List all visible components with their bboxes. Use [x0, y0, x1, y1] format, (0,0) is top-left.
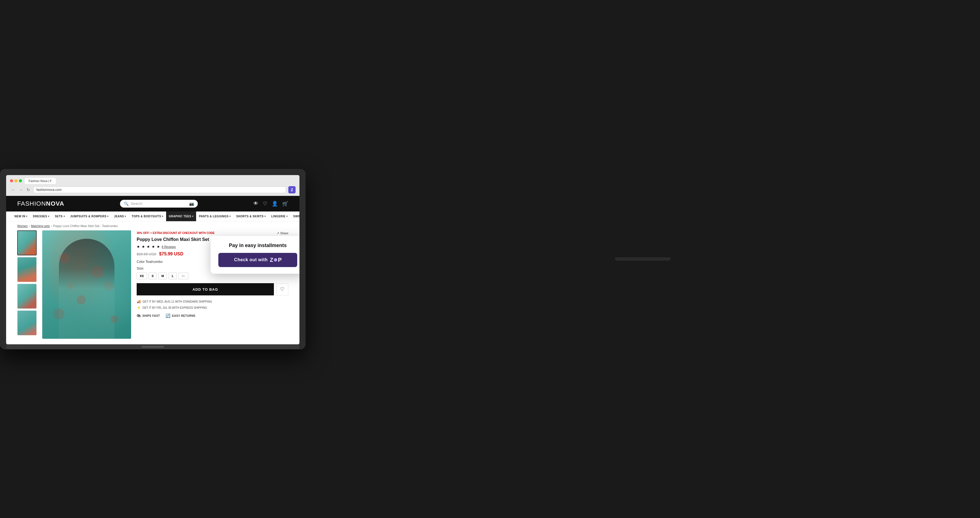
svg-point-0 — [59, 253, 70, 263]
breadcrumb-sep-1: › — [29, 224, 30, 228]
search-bar[interactable]: 🔍 Search 📷 — [120, 200, 198, 207]
standard-shipping-text: GET IT BY WED, AUG 11 WITH STANDARD SHIP… — [143, 299, 212, 304]
star-3: ★ — [147, 245, 150, 249]
site-navigation: NEW IN ▾ DRESSES ▾ SETS ▾ JUMPSUITS & RO… — [6, 212, 299, 222]
thumbnail-2[interactable] — [17, 257, 37, 282]
minimize-traffic-light[interactable] — [14, 179, 18, 182]
camera-icon[interactable]: 📷 — [189, 201, 194, 206]
header-icons: 👁 ♡ 👤 🛒 — [253, 201, 288, 207]
site-header: FASHIONNOVA 🔍 Search 📷 👁 ♡ 👤 🛒 — [6, 196, 299, 212]
nav-item-lingerie[interactable]: LINGERIE ▾ — [269, 212, 291, 221]
laptop-notch — [142, 346, 164, 347]
eye-icon[interactable]: 👁 — [253, 201, 258, 207]
express-shipping-text: GET IT BY FRI, JUL 30 WITH EXPRESS SHIPP… — [143, 305, 207, 311]
promo-badge: 30% OFF! + EXTRA DISCOUNT AT CHECKOUT WI… — [137, 231, 215, 234]
product-main-image — [42, 230, 131, 339]
zip-brand-z: Z — [270, 257, 273, 263]
breadcrumb-women[interactable]: Women — [17, 224, 28, 228]
zip-checkout-button[interactable]: Check out with Z P — [218, 253, 297, 267]
thumbnail-image-2 — [18, 257, 37, 282]
nav-item-pants[interactable]: PANTS & LEGGINGS ▾ — [196, 212, 233, 221]
product-thumbnails — [17, 230, 37, 339]
wishlist-icon[interactable]: ♡ — [263, 201, 267, 207]
share-label: Share — [280, 231, 288, 235]
close-traffic-light[interactable] — [10, 179, 13, 182]
reload-button[interactable]: ↻ — [25, 187, 31, 193]
share-button[interactable]: ↗ Share — [277, 231, 288, 235]
share-icon: ↗ — [277, 231, 279, 235]
nav-item-jumpsuits[interactable]: JUMPSUITS & ROMPERS ▾ — [67, 212, 111, 221]
standard-shipping-icon: 🚚 — [137, 299, 141, 305]
svg-point-2 — [77, 295, 86, 304]
tab-bar: Fashion Nova | F — [25, 178, 56, 184]
easy-returns-badge: 🔄 EASY RETURNS — [165, 314, 196, 318]
add-to-bag-button[interactable]: ADD TO BAG — [137, 283, 274, 295]
heart-icon: ♡ — [280, 286, 285, 292]
size-s[interactable]: S — [149, 273, 157, 279]
account-icon[interactable]: 👤 — [272, 201, 278, 207]
browser-chrome: Fashion Nova | F ← → ↻ fashionnova.com Z — [6, 175, 299, 196]
site-logo[interactable]: FASHIONNOVA — [17, 200, 64, 207]
fullscreen-traffic-light[interactable] — [19, 179, 22, 182]
size-m[interactable]: M — [158, 273, 167, 279]
zip-popup: Pay in easy installments Check out with … — [210, 236, 299, 274]
price-sale: $75.99 USD — [159, 252, 183, 257]
ships-fast-icon: 🛍 — [137, 314, 141, 318]
laptop-screen: Fashion Nova | F ← → ↻ fashionnova.com Z… — [6, 175, 299, 344]
wishlist-heart-button[interactable]: ♡ — [276, 283, 288, 295]
cart-icon[interactable]: 🛒 — [282, 201, 288, 207]
zip-brand-p: P — [278, 257, 282, 263]
nav-item-sets[interactable]: SETS ▾ — [52, 212, 67, 221]
svg-point-5 — [67, 283, 73, 289]
chevron-down-icon: ▾ — [162, 215, 163, 218]
nav-item-graphic-tees[interactable]: GRAPHIC TEES ▾ — [166, 212, 196, 221]
ships-fast-label: SHIPS FAST — [143, 314, 160, 317]
svg-point-4 — [111, 316, 118, 323]
chevron-down-icon: ▾ — [192, 215, 194, 218]
thumbnail-1[interactable] — [17, 230, 37, 255]
nav-item-new-in[interactable]: NEW IN ▾ — [12, 212, 30, 221]
zip-dot-icon — [274, 258, 277, 261]
traffic-lights — [10, 179, 22, 182]
svg-point-3 — [53, 308, 64, 319]
nav-item-shorts[interactable]: SHORTS & SKIRTS ▾ — [233, 212, 268, 221]
address-bar[interactable]: fashionnova.com — [33, 186, 286, 193]
product-area: 30% OFF! + EXTRA DISCOUNT AT CHECKOUT WI… — [6, 230, 299, 344]
svg-point-6 — [104, 281, 114, 291]
chevron-down-icon: ▾ — [125, 215, 126, 218]
search-input[interactable]: Search — [131, 201, 187, 206]
chevron-down-icon: ▾ — [264, 215, 266, 218]
browser-extension-button[interactable]: Z — [288, 186, 296, 193]
size-xs[interactable]: XS — [137, 273, 147, 279]
zip-button-text: Check out with — [234, 257, 268, 262]
svg-point-1 — [92, 266, 104, 278]
star-5: ★ — [157, 245, 160, 249]
nav-item-jeans[interactable]: JEANS ▾ — [111, 212, 129, 221]
nav-item-swim[interactable]: SWIM ▾ — [290, 212, 299, 221]
address-text: fashionnova.com — [37, 188, 283, 192]
chevron-down-icon: ▾ — [48, 215, 49, 218]
star-2: ★ — [142, 245, 145, 249]
thumbnail-3[interactable] — [17, 284, 37, 309]
breadcrumb: Women › Matching sets › Poppy Love Chiff… — [6, 222, 299, 230]
nav-item-dresses[interactable]: DRESSES ▾ — [30, 212, 52, 221]
zip-popup-title: Pay in easy installments — [218, 242, 297, 249]
back-button[interactable]: ← — [10, 187, 16, 193]
thumbnail-image-3 — [18, 284, 37, 308]
product-floral-pattern — [42, 230, 131, 339]
browser-tab[interactable]: Fashion Nova | F — [25, 178, 56, 184]
breadcrumb-matching-sets[interactable]: Matching sets — [31, 224, 50, 228]
nav-item-tops[interactable]: TOPS & BODYSUITS ▾ — [129, 212, 166, 221]
thumbnail-image-1 — [18, 231, 36, 255]
size-l[interactable]: L — [169, 273, 177, 279]
zip-logo: Z P — [270, 257, 282, 263]
browser-nav: ← → ↻ — [10, 187, 31, 193]
forward-button[interactable]: → — [18, 187, 24, 193]
reviews-link[interactable]: 8 Reviews — [162, 245, 176, 249]
chevron-down-icon: ▾ — [26, 215, 27, 218]
logo-light-part: FASHION — [17, 200, 46, 207]
size-xl[interactable]: XL — [178, 273, 188, 279]
thumbnail-4[interactable] — [17, 311, 37, 335]
easy-returns-icon: 🔄 — [165, 314, 170, 318]
ships-fast-badge: 🛍 SHIPS FAST — [137, 314, 160, 318]
